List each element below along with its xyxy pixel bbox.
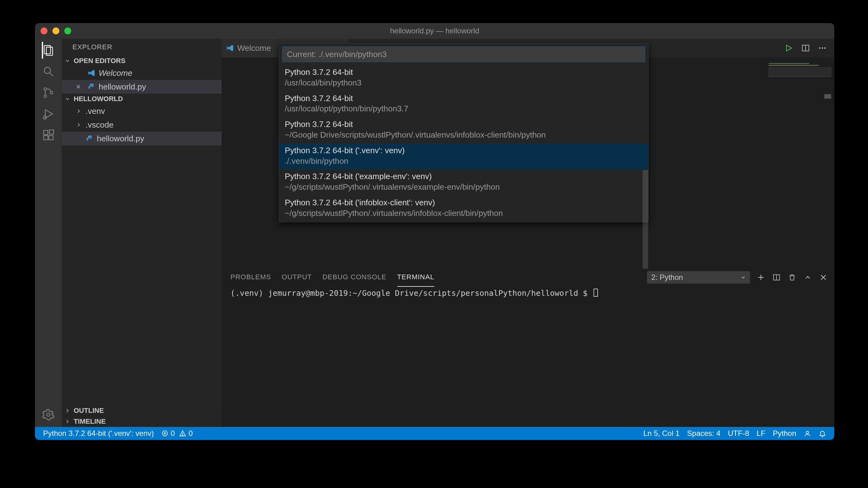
svg-point-16 [90, 84, 91, 85]
panel-tab[interactable]: TERMINAL [397, 268, 434, 287]
chevron-right-icon [64, 408, 71, 414]
svg-rect-11 [49, 136, 53, 140]
svg-point-13 [47, 413, 50, 416]
chevron-down-icon [64, 58, 71, 64]
svg-rect-10 [44, 136, 48, 140]
explorer-activity-icon[interactable] [42, 44, 55, 57]
folder-section[interactable]: HELLOWORLD [62, 94, 222, 104]
status-warnings[interactable]: 0 [176, 427, 196, 440]
split-editor-button[interactable] [801, 43, 811, 53]
svg-point-24 [824, 47, 826, 49]
source-control-activity-icon[interactable] [42, 86, 55, 99]
quickpick-item-description: ~/Google Drive/scripts/wustlPython/.virt… [285, 130, 643, 140]
more-actions-button[interactable] [817, 43, 828, 53]
svg-marker-19 [786, 45, 792, 51]
minimap[interactable] [769, 61, 831, 124]
quickpick-item-description: ~/g/scripts/wustlPython/.virtualenvs/inf… [285, 208, 643, 219]
quickpick-item-description: /usr/local/bin/python3 [285, 78, 643, 88]
status-eol[interactable]: LF [753, 427, 769, 440]
maximize-panel-button[interactable] [803, 273, 812, 282]
chevron-right-icon [75, 122, 83, 128]
explorer-sidebar: EXPLORER OPEN EDITORS Welcomehelloworld.… [62, 39, 222, 427]
chevron-right-icon [75, 108, 83, 114]
status-warnings-count: 0 [189, 429, 193, 438]
status-eol-label: LF [756, 429, 765, 438]
status-encoding-label: UTF-8 [728, 429, 749, 438]
terminal-output[interactable]: (.venv) jemurray@mbp-2019:~/Google Drive… [222, 287, 834, 427]
close-icon[interactable] [75, 84, 84, 90]
status-encoding[interactable]: UTF-8 [724, 427, 753, 440]
editor-tab[interactable]: Welcome [222, 39, 279, 57]
svg-rect-12 [49, 130, 53, 134]
panel-tab[interactable]: PROBLEMS [230, 268, 271, 287]
quickpick-item-description: /usr/local/opt/python/bin/python3.7 [285, 104, 643, 114]
extensions-activity-icon[interactable] [42, 129, 55, 142]
svg-point-5 [44, 95, 46, 98]
tree-item[interactable]: .vscode [62, 118, 222, 132]
status-spaces[interactable]: Spaces: 4 [683, 427, 724, 440]
status-feedback-icon[interactable] [800, 427, 815, 440]
status-language[interactable]: Python [769, 427, 800, 440]
open-editors-section[interactable]: OPEN EDITORS [62, 56, 222, 66]
outline-section[interactable]: OUTLINE [62, 405, 222, 416]
status-cursor-label: Ln 5, Col 1 [643, 429, 679, 438]
status-errors-count: 0 [171, 429, 175, 438]
folder-label: HELLOWORLD [74, 95, 123, 103]
svg-point-2 [44, 67, 51, 74]
quickpick-item-label: Python 3.7.2 64-bit [285, 119, 643, 130]
vscode-icon [87, 69, 96, 77]
terminal-cursor [594, 289, 598, 297]
tree-item[interactable]: .venv [62, 104, 222, 118]
activity-bar [35, 39, 62, 427]
terminal-selector-label: 2: Python [651, 273, 683, 282]
python-file-icon [86, 134, 94, 142]
settings-gear-icon[interactable] [42, 408, 55, 421]
quickpick-item[interactable]: Python 3.7.2 64-bit ('infoblox-client': … [279, 196, 648, 222]
run-debug-activity-icon[interactable] [42, 107, 55, 121]
open-editor-item[interactable]: helloworld.py [62, 80, 222, 94]
timeline-label: TIMELINE [74, 418, 106, 426]
quickpick-item[interactable]: Python 3.7.2 64-bit/usr/local/bin/python… [279, 65, 648, 91]
quickpick-scrollbar[interactable] [643, 170, 648, 269]
split-terminal-button[interactable] [772, 273, 781, 282]
panel-tab[interactable]: OUTPUT [282, 268, 312, 287]
tree-item[interactable]: helloworld.py [62, 132, 222, 145]
quickpick-input[interactable] [282, 46, 645, 62]
svg-point-6 [50, 91, 53, 94]
svg-line-3 [50, 73, 53, 76]
editor-tab-label: Welcome [237, 43, 271, 53]
quickpick-item-description: ~/g/scripts/wustlPython/.virtualenvs/exa… [285, 182, 643, 193]
quickpick-item[interactable]: Python 3.7.2 64-bit ('.venv': venv)./.ve… [279, 143, 648, 170]
panel-tab[interactable]: DEBUG CONSOLE [322, 268, 386, 287]
vscode-window: helloworld.py — helloworld [35, 23, 834, 440]
new-terminal-button[interactable] [756, 273, 766, 282]
status-bar: Python 3.7.2 64-bit ('.venv': venv) 0 0 … [35, 427, 834, 440]
svg-point-4 [44, 88, 46, 90]
svg-point-36 [806, 431, 809, 434]
run-file-button[interactable] [784, 43, 794, 53]
open-editor-label: helloworld.py [99, 82, 146, 92]
status-interpreter-label: Python 3.7.2 64-bit ('.venv': venv) [43, 429, 154, 438]
open-editor-label: Welcome [99, 68, 132, 78]
svg-point-23 [822, 47, 823, 49]
quickpick-item[interactable]: Python 3.7.2 64-bit~/Google Drive/script… [279, 117, 648, 143]
terminal-line: (.venv) jemurray@mbp-2019:~/Google Drive… [230, 289, 592, 298]
status-interpreter[interactable]: Python 3.7.2 64-bit ('.venv': venv) [39, 427, 158, 440]
kill-terminal-button[interactable] [787, 273, 797, 282]
quickpick-item-description: ./.venv/bin/python [285, 156, 643, 167]
svg-point-35 [182, 435, 183, 435]
tree-item-label: helloworld.py [97, 134, 144, 143]
status-language-label: Python [773, 429, 796, 438]
quickpick-item[interactable]: Python 3.7.2 64-bit/usr/local/opt/python… [279, 91, 648, 118]
close-panel-button[interactable] [819, 273, 828, 282]
status-bell-icon[interactable] [815, 427, 830, 440]
timeline-section[interactable]: TIMELINE [62, 416, 222, 427]
open-editor-item[interactable]: Welcome [62, 66, 222, 80]
status-cursor[interactable]: Ln 5, Col 1 [640, 427, 683, 440]
search-activity-icon[interactable] [42, 65, 55, 78]
bottom-panel: PROBLEMSOUTPUTDEBUG CONSOLETERMINAL 2: P… [222, 268, 834, 427]
quickpick-item[interactable]: Python 3.7.2 64-bit ('example-env': venv… [279, 169, 648, 196]
tree-item-label: .vscode [86, 120, 114, 130]
outline-label: OUTLINE [74, 406, 104, 415]
terminal-selector[interactable]: 2: Python [647, 271, 750, 284]
